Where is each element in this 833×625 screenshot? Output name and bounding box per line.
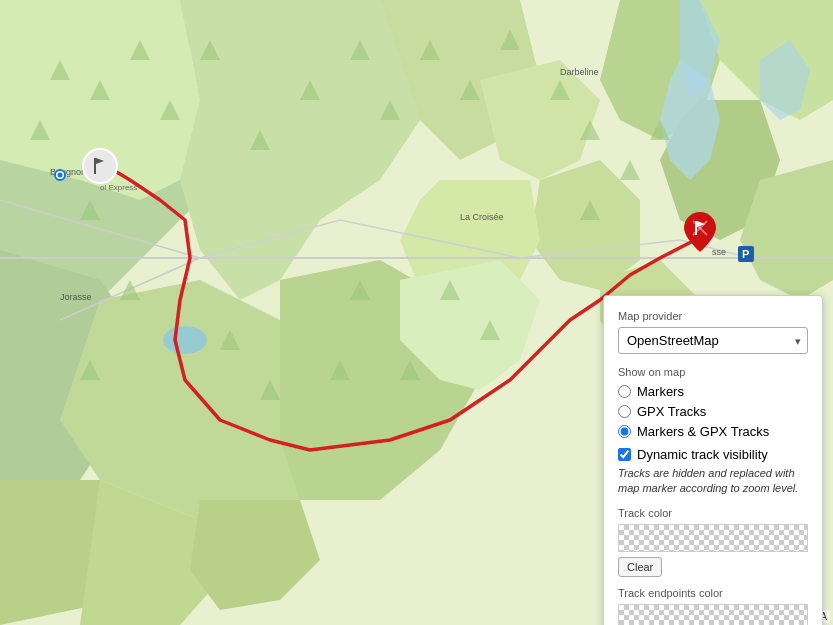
radio-gpx-input[interactable]: [618, 405, 631, 418]
radio-markers-gpx-input[interactable]: [618, 425, 631, 438]
svg-text:Jorasse: Jorasse: [60, 292, 92, 302]
clear-button[interactable]: Clear: [618, 557, 662, 577]
track-endpoints-label: Track endpoints color: [618, 587, 808, 599]
svg-point-48: [84, 150, 116, 182]
map-provider-label: Map provider: [618, 310, 808, 322]
svg-text:Darbeline: Darbeline: [560, 67, 599, 77]
svg-text:La Croisée: La Croisée: [460, 212, 504, 222]
show-on-map-radio-group: Markers GPX Tracks Markers & GPX Tracks: [618, 384, 808, 439]
svg-rect-49: [94, 158, 96, 174]
map-provider-select-wrapper: OpenStreetMap ▾: [618, 327, 808, 354]
radio-markers-gpx-label: Markers & GPX Tracks: [637, 424, 769, 439]
show-on-map-label: Show on map: [618, 366, 808, 378]
radio-markers-gpx[interactable]: Markers & GPX Tracks: [618, 424, 808, 439]
track-color-swatch[interactable]: [618, 524, 808, 552]
radio-markers-label: Markers: [637, 384, 684, 399]
svg-text:P: P: [742, 248, 749, 260]
map-provider-select[interactable]: OpenStreetMap: [618, 327, 808, 354]
dynamic-track-description: Tracks are hidden and replaced with map …: [618, 466, 808, 497]
dynamic-track-label: Dynamic track visibility: [637, 447, 768, 462]
radio-markers[interactable]: Markers: [618, 384, 808, 399]
track-color-label: Track color: [618, 507, 808, 519]
svg-point-1: [163, 326, 207, 354]
start-pin[interactable]: [82, 148, 118, 184]
svg-point-46: [58, 173, 63, 178]
end-pin[interactable]: [682, 210, 718, 246]
endpoint-color-swatch[interactable]: [618, 604, 808, 625]
settings-panel: Map provider OpenStreetMap ▾ Show on map…: [603, 295, 823, 625]
radio-gpx-tracks[interactable]: GPX Tracks: [618, 404, 808, 419]
dynamic-track-checkbox[interactable]: [618, 448, 631, 461]
radio-markers-input[interactable]: [618, 385, 631, 398]
radio-gpx-label: GPX Tracks: [637, 404, 706, 419]
dynamic-track-checkbox-item[interactable]: Dynamic track visibility: [618, 447, 808, 462]
